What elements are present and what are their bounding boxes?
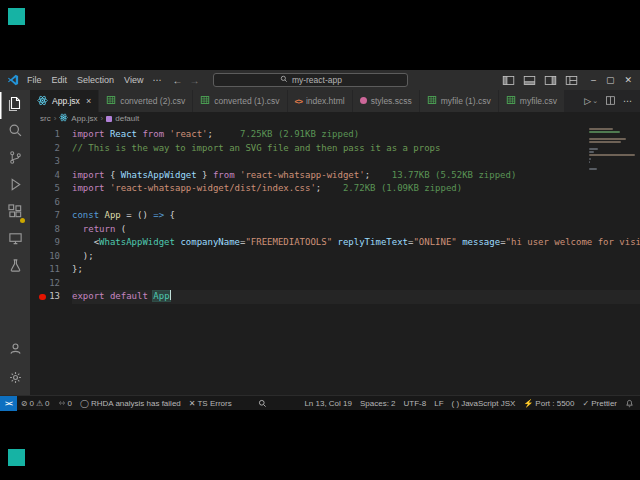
- code-line[interactable]: return (: [72, 223, 640, 237]
- tab-myfile-csv[interactable]: myfile.csv: [499, 90, 565, 112]
- ts-errors-status[interactable]: ✕ TS Errors: [185, 399, 236, 408]
- activity-account[interactable]: [0, 337, 30, 364]
- rhda-status[interactable]: ◯ RHDA analysis has failed: [76, 399, 185, 408]
- code-editor[interactable]: 12345678910111213 import React from 'rea…: [30, 125, 640, 395]
- line-number[interactable]: 6: [30, 196, 72, 210]
- notifications-status[interactable]: [621, 399, 638, 408]
- code-line[interactable]: [72, 277, 640, 291]
- lightning-icon: ⚡: [523, 399, 533, 408]
- code-line[interactable]: <WhatsAppWidget companyName="FREEMEDIATO…: [72, 236, 640, 250]
- ports-status[interactable]: 0: [54, 399, 76, 408]
- react-icon: [37, 95, 48, 108]
- line-number[interactable]: 8: [30, 223, 72, 237]
- line-number[interactable]: 1: [30, 128, 72, 142]
- code-lines[interactable]: import React from 'react'; 7.25KB (2.91K…: [72, 125, 640, 395]
- indentation-status[interactable]: Spaces: 2: [356, 399, 400, 408]
- menu-edit[interactable]: Edit: [47, 75, 73, 85]
- activity-extensions[interactable]: [0, 200, 30, 227]
- line-number[interactable]: 7: [30, 209, 72, 223]
- code-line[interactable]: // This is the way to import an SVG file…: [72, 142, 640, 156]
- line-number[interactable]: 2: [30, 142, 72, 156]
- toggle-secondary-sidebar-icon[interactable]: [544, 75, 557, 86]
- csv-icon: [506, 95, 516, 107]
- title-bar: File Edit Selection View ⋯ ← → my-react-…: [0, 70, 640, 90]
- breadcrumb-file[interactable]: App.jsx: [71, 114, 97, 123]
- run-code-button[interactable]: ▷⌄: [584, 96, 598, 106]
- breadcrumb-symbol[interactable]: default: [115, 114, 139, 123]
- minimap-line: [589, 158, 591, 160]
- code-line[interactable]: const App = () => {: [72, 209, 640, 223]
- code-line[interactable]: );: [72, 250, 640, 264]
- menu-overflow[interactable]: ⋯: [148, 75, 165, 85]
- vscode-window: File Edit Selection View ⋯ ← → my-react-…: [0, 70, 640, 410]
- csv-icon: [200, 95, 210, 107]
- customize-layout-icon[interactable]: [565, 75, 578, 86]
- close-button[interactable]: ✕: [624, 75, 632, 85]
- activity-settings[interactable]: [0, 366, 30, 393]
- activity-explorer[interactable]: [0, 92, 30, 119]
- live-server-status[interactable]: ⚡ Port : 5500: [519, 399, 578, 408]
- code-line[interactable]: import React from 'react'; 7.25KB (2.91K…: [72, 128, 640, 142]
- line-number[interactable]: 9: [30, 236, 72, 250]
- tab-bar: App.jsx×converted (2).csvconverted (1).c…: [30, 90, 640, 112]
- split-editor-icon[interactable]: [605, 95, 616, 108]
- activity-remote-explorer[interactable]: [0, 227, 30, 254]
- code-line[interactable]: import { WhatsAppWidget } from 'react-wh…: [72, 169, 640, 183]
- line-number[interactable]: 11: [30, 263, 72, 277]
- tab-app-jsx[interactable]: App.jsx×: [30, 90, 99, 112]
- code-line[interactable]: [72, 155, 640, 169]
- symbol-icon: [106, 116, 112, 122]
- tab-label: App.jsx: [52, 96, 80, 106]
- menu-file[interactable]: File: [22, 75, 47, 85]
- activity-source-control[interactable]: [0, 146, 30, 173]
- code-line[interactable]: import 'react-whatsapp-widget/dist/index…: [72, 182, 640, 196]
- more-actions-icon[interactable]: ⋯: [623, 96, 632, 106]
- tab-converted-2-csv[interactable]: converted (2).csv: [99, 90, 193, 112]
- tab-myfile-1-csv[interactable]: myfile (1).csv: [420, 90, 499, 112]
- cursor-position-status[interactable]: Ln 13, Col 19: [300, 399, 356, 408]
- maximize-button[interactable]: ▢: [606, 75, 615, 85]
- tab-index-html[interactable]: <>index.html: [288, 90, 353, 112]
- breadcrumb-src[interactable]: src: [40, 114, 51, 123]
- line-number[interactable]: 13: [30, 290, 72, 304]
- forward-arrow-icon[interactable]: →: [189, 75, 199, 86]
- toggle-panel-icon[interactable]: [523, 75, 536, 86]
- toggle-sidebar-icon[interactable]: [502, 75, 515, 86]
- tab-styles-scss[interactable]: styles.scss: [353, 90, 420, 112]
- encoding-status[interactable]: UTF-8: [400, 399, 431, 408]
- code-line[interactable]: [72, 196, 640, 210]
- line-number[interactable]: 3: [30, 155, 72, 169]
- editor-gutter[interactable]: 12345678910111213: [30, 125, 72, 395]
- remote-indicator[interactable]: ><: [0, 396, 17, 411]
- close-icon[interactable]: ×: [86, 96, 91, 106]
- breadcrumb-separator: ›: [54, 114, 57, 123]
- breakpoint-dot[interactable]: [39, 294, 46, 301]
- testing-icon: [8, 258, 23, 277]
- code-line[interactable]: export default App: [72, 290, 640, 304]
- code-line[interactable]: };: [72, 263, 640, 277]
- tab-converted-1-csv[interactable]: converted (1).csv: [193, 90, 287, 112]
- rhda-icon: ◯: [80, 399, 89, 408]
- tab-label: myfile.csv: [520, 96, 557, 106]
- minimize-button[interactable]: –: [591, 75, 596, 85]
- language-mode-status[interactable]: ( ) JavaScript JSX: [448, 399, 520, 408]
- menu-view[interactable]: View: [119, 75, 148, 85]
- prettier-status[interactable]: ✓ Prettier: [579, 399, 622, 408]
- line-number[interactable]: 4: [30, 169, 72, 183]
- line-number[interactable]: 10: [30, 250, 72, 264]
- menu-selection[interactable]: Selection: [72, 75, 119, 85]
- line-number[interactable]: 12: [30, 277, 72, 291]
- eol-status[interactable]: LF: [430, 399, 447, 408]
- activity-testing[interactable]: [0, 254, 30, 281]
- search-icon: [8, 123, 23, 142]
- command-center-search[interactable]: my-react-app: [213, 73, 408, 87]
- csv-icon: [427, 95, 437, 107]
- back-arrow-icon[interactable]: ←: [172, 75, 182, 86]
- activity-run-debug[interactable]: [0, 173, 30, 200]
- minimap[interactable]: [589, 128, 637, 171]
- line-number[interactable]: 5: [30, 182, 72, 196]
- activity-search[interactable]: [0, 119, 30, 146]
- search-status[interactable]: [254, 399, 271, 408]
- check-icon: ✓: [583, 399, 590, 408]
- problems-status[interactable]: ⊘0 ⚠0: [17, 399, 54, 408]
